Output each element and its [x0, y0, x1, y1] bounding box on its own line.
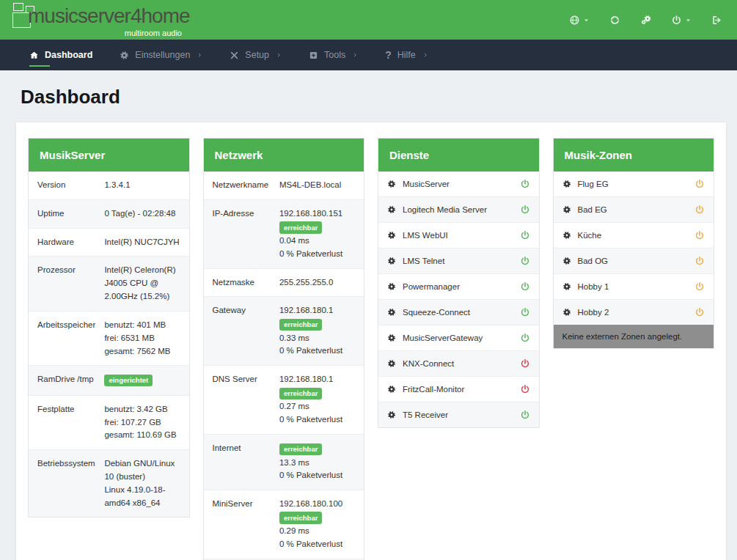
power-toggle-icon[interactable] [694, 256, 705, 266]
service-label: Bad EG [578, 205, 695, 214]
table-row: MiniServer192.168.180.100erreichbar0.29 … [204, 490, 364, 559]
row-value-line: 255.255.255.0 [279, 276, 355, 290]
service-label: Bad OG [578, 257, 695, 265]
gear-icon[interactable] [562, 282, 571, 291]
table-row: RamDrive /tmpeingerichtet [29, 365, 189, 394]
row-value-line: 0 Tag(e) - 02:28:48 [104, 207, 180, 221]
row-value-line: 13.3 ms [279, 457, 355, 470]
app-logo[interactable]: musicserver4home multiroom audio [12, 0, 182, 40]
power-toggle-icon[interactable] [520, 307, 530, 317]
card-body: NetzwerknameMS4L-DEB.localIP-Adresse192.… [204, 172, 364, 560]
status-badge: erreichbar [279, 388, 322, 399]
refresh-button[interactable] [609, 15, 620, 26]
badge-line: erreichbar [279, 511, 355, 525]
nav-item-einstellungen[interactable]: Einstellungen [120, 40, 202, 70]
nav-item-hilfe[interactable]: ?Hilfe [385, 40, 428, 70]
row-value: Debian GNU/Linux 10 (buster)Linux 4.19.0… [104, 457, 180, 509]
gear-icon[interactable] [387, 257, 396, 265]
sign-out-button[interactable] [711, 15, 722, 26]
power-toggle-icon[interactable] [694, 230, 705, 240]
power-toggle-icon[interactable] [520, 205, 530, 215]
service-row: Bad OG [554, 248, 714, 273]
row-label: Internet [213, 442, 279, 482]
row-value: Intel(R) Celeron(R) J4005 CPU @ 2.00GHz … [104, 264, 180, 303]
service-label: Logitech Media Server [403, 205, 520, 214]
row-label: RamDrive /tmp [37, 373, 104, 387]
row-label: Festplatte [37, 403, 104, 442]
row-value-line: 192.168.180.151 [279, 207, 355, 221]
power-button[interactable] [671, 15, 692, 26]
power-toggle-icon[interactable] [520, 179, 530, 189]
card-title: Musik-Zonen [554, 139, 714, 172]
gear-icon[interactable] [562, 257, 571, 265]
nav-item-label: Einstellungen [135, 50, 190, 60]
caret-down-icon [583, 17, 590, 23]
power-toggle-icon[interactable] [520, 358, 530, 369]
gear-icon[interactable] [562, 180, 571, 188]
gear-icon[interactable] [387, 282, 396, 291]
row-value: 192.168.180.151erreichbar0.04 ms0 % Pake… [279, 207, 355, 261]
refresh-icon [609, 15, 620, 26]
row-value-line: 1.3.4.1 [104, 179, 180, 192]
power-icon [671, 15, 682, 26]
gear-icon[interactable] [387, 205, 396, 214]
row-value-line: Intel(R) Celeron(R) J4005 CPU @ 2.00GHz … [104, 264, 180, 303]
service-row: LMS Telnet [378, 248, 539, 273]
gear-icon[interactable] [387, 385, 396, 394]
table-row: DNS Server192.168.180.1erreichbar0.27 ms… [204, 365, 364, 434]
status-badge: erreichbar [279, 319, 322, 331]
power-toggle-icon[interactable] [520, 281, 530, 292]
power-toggle-icon[interactable] [694, 307, 705, 317]
power-toggle-icon[interactable] [520, 410, 530, 420]
service-row: Hobby 1 [554, 273, 714, 299]
row-value: Intel(R) NUC7CJYH [104, 236, 180, 249]
gear-icon[interactable] [387, 180, 396, 188]
gear-icon[interactable] [562, 205, 571, 214]
nav-item-setup[interactable]: Setup [230, 40, 282, 70]
row-value: benutzt: 3.42 GBfrei: 107.27 GBgesamt: 1… [104, 403, 180, 442]
nav-item-tools[interactable]: Tools [309, 40, 358, 70]
table-row: Uptime0 Tag(e) - 02:28:48 [29, 199, 189, 228]
gear-icon[interactable] [387, 359, 396, 368]
main-nav: DashboardEinstellungenSetupTools?Hilfe [0, 40, 737, 70]
service-label: Küche [578, 231, 695, 240]
power-toggle-icon[interactable] [694, 205, 705, 215]
service-label: Squeeze-Connect [403, 308, 520, 317]
service-label: FritzCall-Monitor [403, 385, 520, 394]
chevron-right-icon [422, 52, 428, 58]
power-toggle-icon[interactable] [520, 230, 530, 240]
dashboard-panel: MusikServerVersion1.3.4.1Uptime0 Tag(e) … [16, 122, 726, 560]
row-value-line: gesamt: 110.69 GB [104, 429, 180, 442]
row-value-line: 0.04 ms [279, 235, 355, 248]
gear-icon[interactable] [387, 308, 396, 317]
service-label: Hobby 2 [578, 308, 695, 317]
home-icon [29, 51, 39, 60]
nav-item-dashboard[interactable]: Dashboard [29, 40, 92, 70]
row-value-line: frei: 6531 MB [104, 332, 180, 345]
row-value: MS4L-DEB.local [279, 179, 355, 192]
gear-icon[interactable] [387, 334, 396, 342]
gear-icon[interactable] [387, 410, 396, 419]
gear-icon[interactable] [562, 231, 571, 240]
service-row: Flug EG [554, 172, 714, 196]
nav-item-label: Tools [324, 50, 345, 60]
power-toggle-icon[interactable] [694, 281, 705, 292]
service-label: LMS Telnet [403, 257, 520, 265]
badge-line: erreichbar [279, 442, 355, 456]
gear-icon[interactable] [562, 308, 571, 317]
power-toggle-icon[interactable] [520, 333, 530, 343]
card-body: MusicServerLogitech Media ServerLMS WebU… [378, 172, 539, 427]
badge-line: erreichbar [279, 317, 355, 331]
gear-icon[interactable] [387, 231, 396, 240]
service-row: Küche [554, 222, 714, 248]
row-value-line: Debian GNU/Linux 10 (buster) [104, 457, 180, 484]
row-label: Version [37, 179, 104, 192]
gears-button[interactable] [640, 15, 651, 26]
power-toggle-icon[interactable] [520, 256, 530, 266]
power-toggle-icon[interactable] [520, 384, 530, 394]
globe-button[interactable] [569, 15, 590, 26]
row-label: Gateway [213, 304, 279, 358]
service-row: KNX-Connect [378, 350, 539, 376]
row-value-line: 0.29 ms [279, 525, 355, 538]
power-toggle-icon[interactable] [694, 179, 705, 189]
